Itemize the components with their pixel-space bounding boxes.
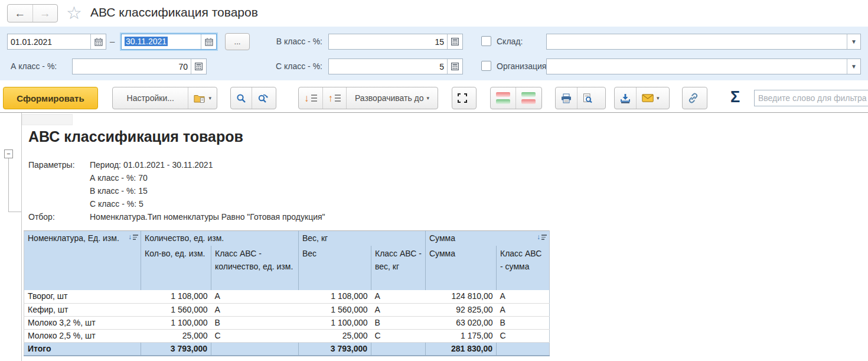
warehouse-combo[interactable]: ▼ <box>546 34 861 50</box>
a-class-input[interactable] <box>73 59 191 74</box>
b-class-field[interactable] <box>328 34 463 50</box>
date-to-selected-text[interactable]: 30.11.2021 <box>125 37 168 46</box>
calendar-icon[interactable] <box>201 34 216 49</box>
organization-checkbox[interactable] <box>481 61 491 71</box>
expand-all-icon: ↓ <box>304 93 309 103</box>
col-header-sum[interactable]: Сумма <box>426 246 497 290</box>
cell-name: Молоко 2,5 %, шт <box>24 329 141 342</box>
spreadsheet-corner-cell <box>22 114 73 125</box>
group-bracket-foot <box>8 212 21 212</box>
b-class-label: В класс - %: <box>265 34 322 50</box>
date-from-field[interactable] <box>7 34 106 50</box>
folder-report-icon <box>194 93 205 103</box>
col-header-weight-class[interactable]: Класс АВС - вес, кг <box>371 246 426 290</box>
bars-green-red-button[interactable] <box>515 87 541 109</box>
period-more-button[interactable]: ... <box>225 33 250 50</box>
chevron-down-icon[interactable]: ▼ <box>847 34 860 49</box>
back-button[interactable]: ← <box>8 5 33 22</box>
expand-all-button[interactable]: ↓ <box>299 87 322 109</box>
cell-sum: 1 175,00 <box>426 329 497 342</box>
search-group <box>230 87 276 109</box>
group-collapse-button[interactable]: − <box>4 149 13 158</box>
bars-red-green-button[interactable] <box>491 87 515 109</box>
col-header-qty-class[interactable]: Класс АВС - количество, ед. изм. <box>211 246 299 290</box>
total-qty-class <box>211 342 299 356</box>
calendar-icon[interactable] <box>90 34 106 49</box>
date-to-field[interactable]: 30.11.2021 <box>121 34 217 50</box>
col-header-weight[interactable]: Вес <box>299 246 371 290</box>
group-header-sum[interactable]: Сумма ↓ <box>426 231 550 246</box>
search-next-icon <box>257 93 269 103</box>
cell-sum: 124 810,00 <box>426 290 497 303</box>
warehouse-input[interactable] <box>547 34 847 49</box>
c-class-input[interactable] <box>329 59 447 74</box>
selection-label: Отбор: <box>28 212 55 222</box>
organization-input[interactable] <box>547 59 847 74</box>
print-preview-button[interactable] <box>577 87 598 109</box>
sort-descending-icon[interactable]: ↓ <box>537 233 547 240</box>
cell-weight: 1 100,000 <box>299 316 371 329</box>
warehouse-checkbox[interactable] <box>481 36 491 46</box>
abc-table: Номенклатура, Ед. изм. ↓ Количество, ед.… <box>24 230 550 356</box>
envelope-icon <box>642 94 654 102</box>
report-variants-button[interactable]: ▾ <box>188 87 217 109</box>
a-class-label: А класс - %: <box>11 58 57 74</box>
calculator-icon[interactable] <box>447 34 462 49</box>
printer-icon <box>561 93 572 103</box>
search-next-button[interactable] <box>252 87 274 109</box>
date-from-input[interactable] <box>8 34 90 49</box>
table-row: Творог, шт 1 108,000 A 1 108,000 A 124 8… <box>24 290 550 303</box>
table-total-row: Итого 3 793,000 3 793,000 281 830,00 <box>24 342 550 356</box>
calculator-icon[interactable] <box>447 59 462 74</box>
sort-descending-icon[interactable]: ↓ <box>128 233 138 240</box>
collapse-all-icon: ↑ <box>328 93 334 103</box>
cell-weight: 1 108,000 <box>299 290 371 303</box>
page-title: АВС классификация товаров <box>90 5 258 19</box>
report-title: АВС классификация товаров <box>28 128 243 145</box>
chevron-down-icon[interactable]: ▼ <box>847 59 860 74</box>
title-bar: ← → ☆ АВС классификация товаров <box>0 0 868 27</box>
search-button[interactable] <box>231 87 252 109</box>
calculator-icon[interactable] <box>191 59 206 74</box>
col-header-nomenclature[interactable]: Номенклатура, Ед. изм. ↓ <box>24 231 141 291</box>
group-header-weight[interactable]: Вес, кг <box>299 231 426 246</box>
send-email-button[interactable]: ▾ <box>636 87 665 109</box>
organization-combo[interactable]: ▼ <box>546 58 861 74</box>
print-button[interactable] <box>556 87 577 109</box>
params-label: Параметры: <box>28 160 75 170</box>
group-header-quantity[interactable]: Количество, ед. изм. <box>141 231 299 246</box>
table-row: Молоко 3,2 %, шт 1 100,000 B 1 100,000 B… <box>24 316 550 329</box>
generate-button[interactable]: Сформировать <box>3 87 98 109</box>
cell-qty-class: C <box>211 329 299 342</box>
quick-filter-field[interactable] <box>754 90 868 106</box>
c-class-field[interactable] <box>328 58 463 74</box>
expand-to-button[interactable]: Разворачивать до ▾ <box>346 87 438 109</box>
total-sum: 281 830,00 <box>426 342 497 356</box>
param-c-class: С класс - %: 5 <box>90 199 143 209</box>
cell-sum: 92 825,00 <box>426 303 497 316</box>
cell-sum-class: B <box>497 316 550 329</box>
settings-button[interactable]: Настройки... <box>113 87 188 109</box>
total-sum-class <box>497 342 550 356</box>
sum-sigma-button[interactable]: Σ <box>730 88 740 106</box>
b-class-input[interactable] <box>329 34 447 49</box>
collapse-all-button[interactable]: ↑ <box>322 87 347 109</box>
param-a-class: А класс - %: 70 <box>90 173 148 183</box>
a-class-field[interactable] <box>72 58 207 74</box>
cell-weight-class: A <box>371 303 426 316</box>
col-header-qty[interactable]: Кол-во, ед. изм. <box>141 246 211 290</box>
favorite-star-icon[interactable]: ☆ <box>66 2 82 23</box>
cell-qty-class: A <box>211 303 299 316</box>
table-row: Кефир, шт 1 560,000 A 1 560,000 A 92 825… <box>24 303 550 316</box>
quick-filter-input[interactable] <box>755 90 868 106</box>
nav-history-group: ← → <box>7 4 58 22</box>
fullscreen-button[interactable] <box>452 87 472 109</box>
link-group <box>682 87 707 109</box>
forward-button[interactable]: → <box>33 5 58 22</box>
total-qty: 3 793,000 <box>141 342 211 356</box>
save-button[interactable] <box>615 87 636 109</box>
organization-label: Организация: <box>497 58 549 74</box>
get-link-button[interactable] <box>683 87 704 109</box>
col-header-sum-class[interactable]: Класс АВС - сумма <box>497 246 550 290</box>
red-green-bars-icon <box>496 92 510 104</box>
